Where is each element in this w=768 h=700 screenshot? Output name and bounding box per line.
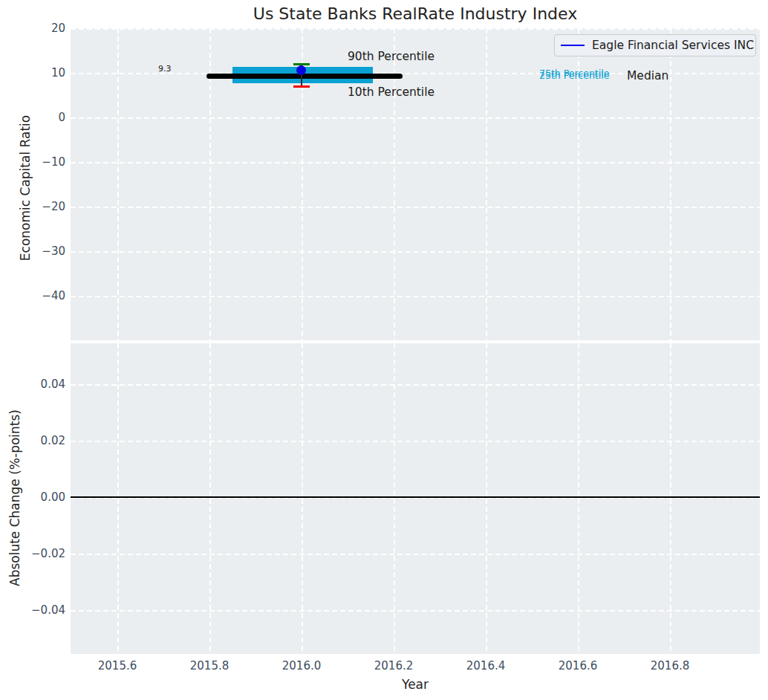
zero-change-line: [71, 496, 760, 498]
y-tick-label: 0: [58, 111, 65, 124]
y-tick-label: −40: [42, 289, 65, 302]
y-tick-label: −0.02: [31, 547, 65, 560]
chart-title: Us State Banks RealRate Industry Index: [253, 4, 577, 23]
legend-line-sample: [561, 45, 585, 47]
y-tick-label: −20: [42, 200, 65, 213]
x-tick-label: 2016.8: [651, 659, 690, 673]
gridline: [71, 296, 760, 297]
gridline: [578, 343, 579, 654]
gridline: [117, 28, 119, 340]
y-tick-label: −0.04: [31, 603, 65, 617]
gridline: [670, 343, 671, 654]
y-tick-label: 0.02: [41, 434, 65, 447]
gridline: [71, 441, 760, 442]
y-tick-label: −10: [42, 155, 65, 169]
top-plot-area: 90th Percentile 10th Percentile 9.3 75th…: [71, 28, 760, 340]
gridline: [71, 610, 760, 612]
gridline: [486, 343, 487, 654]
gridline: [394, 343, 395, 654]
x-tick-label: 2016.4: [466, 659, 506, 673]
x-tick-label: 2016.2: [374, 659, 414, 673]
gridline: [71, 384, 760, 386]
y-axis-label-top: Economic Capital Ratio: [18, 115, 33, 261]
median-line: [206, 74, 403, 79]
x-tick-label: 2016.6: [559, 659, 598, 673]
y-tick-label: 10: [51, 66, 65, 80]
x-axis-label: Year: [402, 677, 429, 692]
gridline: [670, 28, 671, 340]
legend-label: Eagle Financial Services INC: [592, 39, 754, 52]
eagle-data-point: [296, 65, 306, 75]
y-tick-label: −30: [42, 244, 65, 258]
y-axis-label-bottom: Absolute Change (%-points): [7, 409, 22, 586]
gridline: [71, 207, 760, 208]
annotation-90th-percentile: 90th Percentile: [348, 50, 435, 63]
y-tick-label: 20: [51, 22, 65, 35]
p10-tick-marker: [293, 85, 310, 88]
y-tick-label: 0.04: [41, 377, 65, 391]
annotation-median-value: 9.3: [158, 64, 172, 74]
gridline: [302, 343, 303, 654]
legend: Eagle Financial Services INC: [554, 34, 756, 56]
annotation-25th-percentile: 25th Percentile: [539, 70, 609, 81]
gridline: [71, 554, 760, 555]
y-tick-label: 0.00: [41, 490, 65, 504]
gridline: [486, 28, 487, 340]
gridline: [71, 28, 760, 30]
annotation-median: Median: [627, 69, 668, 82]
gridline: [117, 343, 119, 654]
x-tick-label: 2016.0: [282, 659, 322, 673]
gridline: [209, 343, 211, 654]
gridline: [71, 117, 760, 119]
x-tick-label: 2015.6: [98, 659, 137, 673]
bottom-plot-area: [71, 343, 760, 654]
x-tick-label: 2015.8: [190, 659, 230, 673]
gridline: [71, 162, 760, 163]
annotation-10th-percentile: 10th Percentile: [348, 85, 435, 99]
figure: Us State Banks RealRate Industry Index 9…: [0, 0, 768, 700]
gridline: [71, 251, 760, 253]
